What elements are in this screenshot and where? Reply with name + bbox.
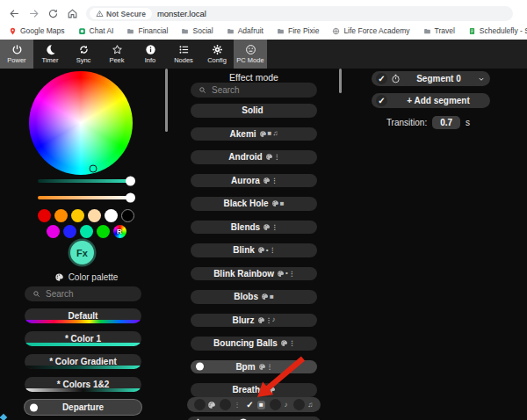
white-balance-slider[interactable] [38,196,131,199]
palette-search-input[interactable] [46,289,134,299]
effect-search[interactable] [191,83,317,98]
effect-item[interactable]: Akemi ■♫ [191,127,317,141]
home-icon[interactable] [67,8,78,19]
effect-item[interactable]: Bouncing Balls ⋮ [191,337,317,351]
color-wheel[interactable] [29,71,133,175]
segment-checkbox[interactable]: ✓ [376,73,387,84]
effect-filter-bar: ⋮ ✓ ■ ♪ [187,397,321,412]
folder-icon [126,27,134,35]
color-swatch[interactable] [80,225,93,238]
color-palette-title: Color palette [69,272,119,282]
palette-item[interactable]: Departure [25,400,141,415]
color-value-slider[interactable] [38,179,131,183]
bookmark[interactable]: Social [181,26,213,35]
color-wheel-marker[interactable] [90,165,97,173]
effect-item[interactable]: Breathe [191,383,317,397]
filter-checkbox[interactable] [220,399,231,410]
effect-item[interactable]: Android ⋮ [191,150,317,164]
toolbar-item[interactable]: Nodes [167,40,200,69]
effect-item[interactable]: Solid [191,104,317,118]
palette-search[interactable] [25,286,141,301]
bookmark-label: Social [192,26,213,35]
color-swatch[interactable] [54,209,68,222]
selected-radio [30,403,38,411]
effect-item[interactable]: Blends ⋮ [191,221,317,235]
toolbar-item[interactable]: Timer [33,40,67,69]
effect-flags: ⋮ [280,339,294,347]
toolbar-item[interactable]: Sync [67,40,100,69]
check-icon: ✓ [378,97,385,105]
transition-value[interactable]: 0.7 [432,116,460,129]
fx-quick-load-button[interactable]: Fx [70,241,94,264]
bookmark[interactable]: Life Force Academy [332,26,409,35]
effect-item[interactable]: Blink Rainbow •⋮ [191,267,317,281]
segment-checkbox[interactable]: ✓ [376,95,387,106]
add-segment-button[interactable]: ✓ + Add segment [372,93,490,108]
filter-toggle[interactable]: ♫ [293,399,314,410]
color-swatch[interactable] [97,225,110,238]
back-icon[interactable] [9,8,20,19]
toolbar-item[interactable]: PC Mode [234,40,267,69]
left-scrollbar[interactable] [165,69,168,132]
filter-checkbox[interactable]: ✓ [244,399,256,410]
segment-pill[interactable]: ✓ Segment 0 [372,71,490,86]
chevron-down-icon[interactable] [477,75,486,83]
toolbar-item[interactable]: Info [134,40,167,69]
palette-item[interactable]: * Color Gradient [25,354,141,369]
toolbar-label: Power [7,56,25,64]
palette-item[interactable]: Default [25,308,141,323]
effect-item[interactable]: Aurora ⋮ [191,174,317,188]
bookmark[interactable]: Travel [423,26,455,35]
effect-label: Blink [233,245,254,255]
color-swatch[interactable] [47,225,60,238]
filter-toggle[interactable]: ✓ ■ [244,399,265,410]
bookmark-label: Chat AI [90,26,114,35]
effect-label: Blink Rainbow [213,269,274,279]
color-swatch[interactable] [105,209,118,222]
security-chip[interactable]: Not Secure [90,8,152,19]
bookmark[interactable]: Fire Pixie [277,26,319,35]
value-slider-thumb[interactable] [126,177,135,186]
toolbar-item[interactable]: Power [0,40,33,69]
bookmark[interactable]: Schedulefly - Sim... [468,26,527,35]
toolbar-label: Sync [76,56,91,64]
reload-icon[interactable] [47,8,59,19]
filter-toggle[interactable] [194,399,216,410]
dots-icon: ⋮ [271,224,277,230]
effect-item[interactable]: Blink •⋮ [191,243,317,257]
color-swatch[interactable] [88,209,101,222]
bookmark[interactable]: Google Maps [9,26,65,35]
notes-icon: ♫ [307,402,314,409]
filter-checkbox[interactable] [194,399,206,410]
square-icon: ■ [280,200,285,207]
color-swatch[interactable] [38,209,51,222]
toolbar-item[interactable]: Config [200,40,234,69]
filter-checkbox[interactable] [293,399,305,410]
bookmark[interactable]: Chat AI [78,26,114,35]
bookmark[interactable]: Financial [126,26,168,35]
color-swatch[interactable] [71,209,84,222]
palette-icon [268,386,276,394]
color-swatch[interactable]: R [113,225,126,238]
white-slider-thumb[interactable] [126,193,135,203]
effect-item[interactable]: Black Hole ■ [191,197,317,211]
filter-checkbox[interactable] [270,399,281,410]
color-swatch[interactable] [63,225,76,238]
palette-item[interactable]: * Color 1 [25,331,141,346]
palette-icon [261,293,269,301]
effect-item[interactable]: Blobs ■ [191,290,317,304]
effect-item[interactable]: Bpm ⋮ [191,360,317,374]
effect-search-input[interactable] [212,85,309,95]
effect-panel: Effect mode Solid Akemi ■♫ [178,69,329,420]
toolbar-item[interactable]: Peek [100,40,134,69]
address-bar[interactable]: Not Secure monster.local [86,6,513,21]
effect-scrollbar[interactable] [339,69,342,93]
filter-toggle[interactable]: ♪ [270,399,290,410]
bookmark[interactable]: Adafruit [227,26,264,35]
color-swatch[interactable] [121,209,134,222]
forward-icon[interactable] [28,8,40,19]
effect-item[interactable]: Blurz ⋮♪ [191,314,317,328]
palette-item[interactable]: * Colors 1&2 [25,377,141,392]
effect-speed-slider[interactable] [187,416,321,420]
filter-toggle[interactable]: ⋮ [220,399,240,410]
